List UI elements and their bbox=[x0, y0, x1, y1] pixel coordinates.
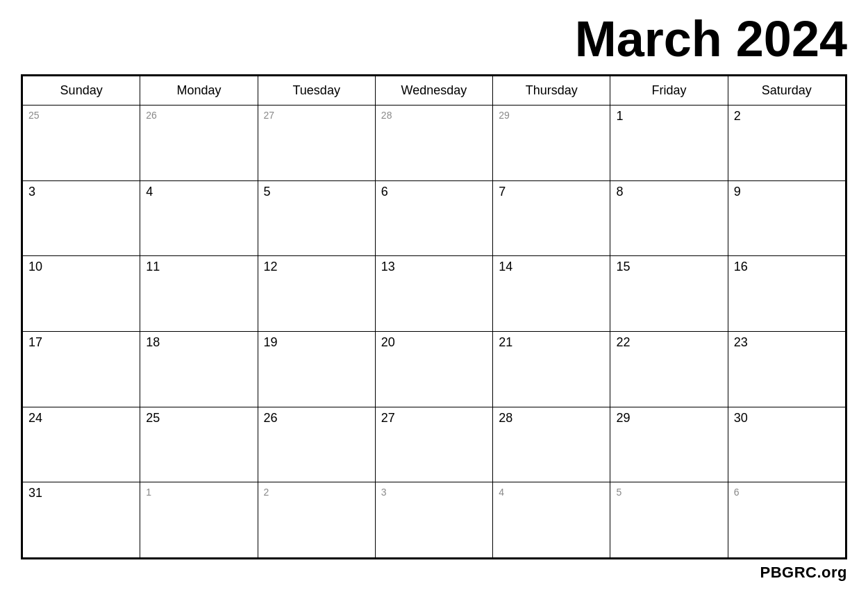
footer-text: PBGRC.org bbox=[760, 564, 848, 581]
calendar-day-cell[interactable]: 18 bbox=[140, 331, 258, 407]
calendar-day-cell[interactable]: 23 bbox=[728, 331, 845, 407]
calendar-day-cell[interactable]: 2 bbox=[728, 106, 845, 181]
calendar-week-row: 17181920212223 bbox=[23, 331, 846, 407]
calendar-day-cell[interactable]: 25 bbox=[140, 407, 258, 482]
col-saturday: Saturday bbox=[728, 76, 845, 106]
day-number: 25 bbox=[146, 411, 160, 425]
day-number: 30 bbox=[734, 411, 748, 425]
calendar-day-cell[interactable]: 10 bbox=[23, 256, 140, 332]
day-number: 1 bbox=[146, 487, 151, 498]
calendar-day-cell[interactable]: 4 bbox=[493, 482, 610, 558]
day-number: 5 bbox=[616, 487, 621, 498]
day-number: 3 bbox=[28, 185, 35, 199]
calendar-week-row: 31123456 bbox=[23, 482, 846, 558]
calendar-day-cell[interactable]: 5 bbox=[610, 482, 728, 558]
calendar-day-cell[interactable]: 25 bbox=[23, 106, 140, 181]
calendar-day-cell[interactable]: 13 bbox=[375, 256, 492, 332]
calendar-day-cell[interactable]: 11 bbox=[140, 256, 258, 332]
calendar-day-cell[interactable]: 17 bbox=[23, 331, 140, 407]
col-thursday: Thursday bbox=[493, 76, 610, 106]
col-friday: Friday bbox=[610, 76, 728, 106]
calendar-day-cell[interactable]: 27 bbox=[258, 106, 375, 181]
col-sunday: Sunday bbox=[23, 76, 140, 106]
page-container: March 2024 Sunday Monday Tuesday Wednesd… bbox=[0, 0, 868, 590]
col-monday: Monday bbox=[140, 76, 258, 106]
month-year-title: March 2024 bbox=[575, 11, 847, 67]
calendar-day-cell[interactable]: 19 bbox=[258, 331, 375, 407]
calendar-week-row: 3456789 bbox=[23, 180, 846, 256]
day-number: 20 bbox=[381, 335, 395, 349]
day-number: 9 bbox=[734, 185, 741, 199]
calendar-day-cell[interactable]: 26 bbox=[258, 407, 375, 482]
day-number: 22 bbox=[616, 335, 630, 349]
col-wednesday: Wednesday bbox=[375, 76, 492, 106]
day-number: 12 bbox=[264, 260, 278, 273]
calendar-day-cell[interactable]: 2 bbox=[258, 482, 375, 558]
calendar-day-cell[interactable]: 31 bbox=[23, 482, 140, 558]
calendar-day-cell[interactable]: 7 bbox=[493, 180, 610, 256]
day-number: 21 bbox=[499, 335, 512, 349]
day-number: 7 bbox=[499, 185, 506, 199]
day-number: 11 bbox=[146, 260, 160, 273]
day-number: 15 bbox=[616, 260, 630, 273]
footer: PBGRC.org bbox=[21, 559, 847, 583]
calendar-week-row: 252627282912 bbox=[23, 106, 846, 181]
day-number: 6 bbox=[734, 487, 740, 498]
day-number: 5 bbox=[264, 185, 271, 199]
calendar-table: Sunday Monday Tuesday Wednesday Thursday… bbox=[22, 76, 846, 558]
day-number: 28 bbox=[381, 110, 392, 121]
calendar-day-cell[interactable]: 1 bbox=[610, 106, 728, 181]
calendar-day-cell[interactable]: 27 bbox=[375, 407, 492, 482]
day-number: 19 bbox=[264, 335, 278, 349]
day-number: 4 bbox=[146, 185, 153, 199]
day-number: 10 bbox=[28, 260, 42, 273]
calendar-day-cell[interactable]: 21 bbox=[493, 331, 610, 407]
calendar-day-cell[interactable]: 9 bbox=[728, 180, 845, 256]
day-number: 23 bbox=[734, 335, 748, 349]
calendar-wrapper: Sunday Monday Tuesday Wednesday Thursday… bbox=[21, 74, 847, 559]
calendar-header: Sunday Monday Tuesday Wednesday Thursday… bbox=[23, 76, 846, 106]
calendar-day-cell[interactable]: 29 bbox=[610, 407, 728, 482]
calendar-day-cell[interactable]: 22 bbox=[610, 331, 728, 407]
day-number: 2 bbox=[264, 487, 269, 498]
day-number: 14 bbox=[499, 260, 512, 273]
calendar-day-cell[interactable]: 4 bbox=[140, 180, 258, 256]
calendar-day-cell[interactable]: 6 bbox=[728, 482, 845, 558]
day-number: 26 bbox=[264, 411, 278, 425]
day-number: 13 bbox=[381, 260, 395, 273]
calendar-day-cell[interactable]: 6 bbox=[375, 180, 492, 256]
day-number: 2 bbox=[734, 109, 741, 123]
day-number: 27 bbox=[264, 110, 275, 121]
calendar-day-cell[interactable]: 14 bbox=[493, 256, 610, 332]
calendar-day-cell[interactable]: 16 bbox=[728, 256, 845, 332]
day-number: 4 bbox=[499, 487, 504, 498]
col-tuesday: Tuesday bbox=[258, 76, 375, 106]
day-number: 24 bbox=[28, 411, 42, 425]
calendar-day-cell[interactable]: 29 bbox=[493, 106, 610, 181]
day-number: 28 bbox=[499, 411, 512, 425]
calendar-day-cell[interactable]: 3 bbox=[23, 180, 140, 256]
calendar-day-cell[interactable]: 20 bbox=[375, 331, 492, 407]
day-number: 16 bbox=[734, 260, 748, 273]
calendar-week-row: 24252627282930 bbox=[23, 407, 846, 482]
day-number: 31 bbox=[28, 486, 42, 500]
calendar-day-cell[interactable]: 28 bbox=[375, 106, 492, 181]
calendar-day-cell[interactable]: 26 bbox=[140, 106, 258, 181]
day-number: 8 bbox=[616, 185, 623, 199]
day-number: 6 bbox=[381, 185, 388, 199]
calendar-day-cell[interactable]: 5 bbox=[258, 180, 375, 256]
calendar-day-cell[interactable]: 12 bbox=[258, 256, 375, 332]
day-number: 3 bbox=[381, 487, 387, 498]
calendar-day-cell[interactable]: 30 bbox=[728, 407, 845, 482]
calendar-day-cell[interactable]: 8 bbox=[610, 180, 728, 256]
day-number: 18 bbox=[146, 335, 160, 349]
day-number: 25 bbox=[28, 110, 40, 121]
title-area: March 2024 bbox=[21, 14, 847, 64]
calendar-day-cell[interactable]: 28 bbox=[493, 407, 610, 482]
days-of-week-row: Sunday Monday Tuesday Wednesday Thursday… bbox=[23, 76, 846, 106]
day-number: 1 bbox=[616, 109, 623, 123]
calendar-day-cell[interactable]: 1 bbox=[140, 482, 258, 558]
calendar-day-cell[interactable]: 24 bbox=[23, 407, 140, 482]
calendar-day-cell[interactable]: 15 bbox=[610, 256, 728, 332]
calendar-day-cell[interactable]: 3 bbox=[375, 482, 492, 558]
